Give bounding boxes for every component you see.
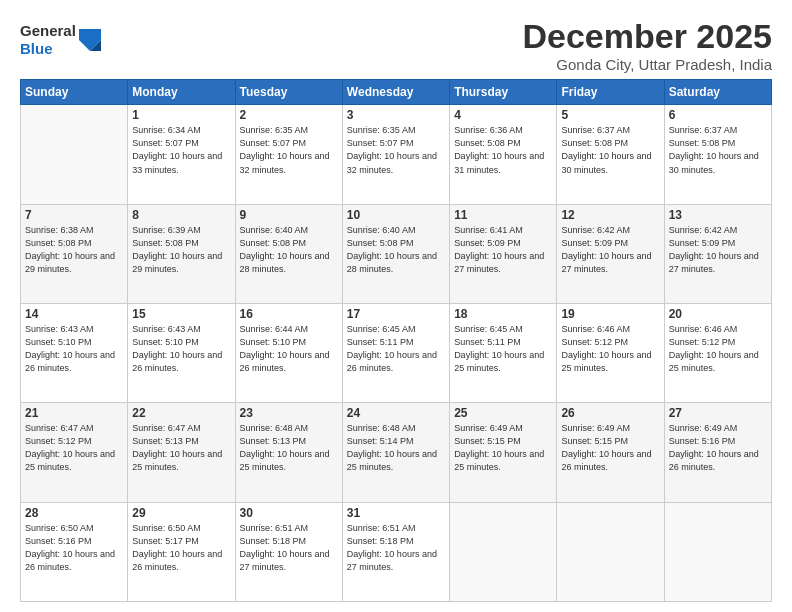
table-row: 6 Sunrise: 6:37 AMSunset: 5:08 PMDayligh… [664,105,771,204]
logo-icon [79,29,101,51]
table-row [21,105,128,204]
day-info: Sunrise: 6:49 AMSunset: 5:16 PMDaylight:… [669,423,759,472]
table-row: 30 Sunrise: 6:51 AMSunset: 5:18 PMDaylig… [235,502,342,601]
table-row: 8 Sunrise: 6:39 AMSunset: 5:08 PMDayligh… [128,204,235,303]
day-number: 20 [669,307,767,321]
day-number: 31 [347,506,445,520]
day-number: 8 [132,208,230,222]
day-info: Sunrise: 6:34 AMSunset: 5:07 PMDaylight:… [132,125,222,174]
day-number: 9 [240,208,338,222]
table-row: 13 Sunrise: 6:42 AMSunset: 5:09 PMDaylig… [664,204,771,303]
day-number: 19 [561,307,659,321]
day-info: Sunrise: 6:49 AMSunset: 5:15 PMDaylight:… [561,423,651,472]
day-info: Sunrise: 6:35 AMSunset: 5:07 PMDaylight:… [240,125,330,174]
col-thursday: Thursday [450,80,557,105]
calendar-header-row: Sunday Monday Tuesday Wednesday Thursday… [21,80,772,105]
table-row: 9 Sunrise: 6:40 AMSunset: 5:08 PMDayligh… [235,204,342,303]
day-number: 14 [25,307,123,321]
table-row: 20 Sunrise: 6:46 AMSunset: 5:12 PMDaylig… [664,304,771,403]
calendar-week-row: 1 Sunrise: 6:34 AMSunset: 5:07 PMDayligh… [21,105,772,204]
day-info: Sunrise: 6:50 AMSunset: 5:17 PMDaylight:… [132,523,222,572]
day-info: Sunrise: 6:37 AMSunset: 5:08 PMDaylight:… [669,125,759,174]
day-info: Sunrise: 6:41 AMSunset: 5:09 PMDaylight:… [454,225,544,274]
table-row: 10 Sunrise: 6:40 AMSunset: 5:08 PMDaylig… [342,204,449,303]
table-row: 31 Sunrise: 6:51 AMSunset: 5:18 PMDaylig… [342,502,449,601]
day-number: 3 [347,108,445,122]
day-number: 23 [240,406,338,420]
logo: GeneralBlue [20,22,101,58]
table-row: 22 Sunrise: 6:47 AMSunset: 5:13 PMDaylig… [128,403,235,502]
day-info: Sunrise: 6:44 AMSunset: 5:10 PMDaylight:… [240,324,330,373]
table-row: 19 Sunrise: 6:46 AMSunset: 5:12 PMDaylig… [557,304,664,403]
day-info: Sunrise: 6:42 AMSunset: 5:09 PMDaylight:… [669,225,759,274]
day-number: 21 [25,406,123,420]
table-row: 29 Sunrise: 6:50 AMSunset: 5:17 PMDaylig… [128,502,235,601]
day-info: Sunrise: 6:40 AMSunset: 5:08 PMDaylight:… [240,225,330,274]
day-number: 30 [240,506,338,520]
col-tuesday: Tuesday [235,80,342,105]
day-info: Sunrise: 6:51 AMSunset: 5:18 PMDaylight:… [240,523,330,572]
table-row [557,502,664,601]
table-row: 11 Sunrise: 6:41 AMSunset: 5:09 PMDaylig… [450,204,557,303]
table-row: 27 Sunrise: 6:49 AMSunset: 5:16 PMDaylig… [664,403,771,502]
calendar-table: Sunday Monday Tuesday Wednesday Thursday… [20,79,772,602]
col-sunday: Sunday [21,80,128,105]
title-block: December 2025 Gonda City, Uttar Pradesh,… [522,18,772,73]
day-number: 26 [561,406,659,420]
day-info: Sunrise: 6:46 AMSunset: 5:12 PMDaylight:… [669,324,759,373]
table-row: 23 Sunrise: 6:48 AMSunset: 5:13 PMDaylig… [235,403,342,502]
day-info: Sunrise: 6:48 AMSunset: 5:14 PMDaylight:… [347,423,437,472]
table-row: 16 Sunrise: 6:44 AMSunset: 5:10 PMDaylig… [235,304,342,403]
day-number: 13 [669,208,767,222]
day-number: 18 [454,307,552,321]
day-info: Sunrise: 6:39 AMSunset: 5:08 PMDaylight:… [132,225,222,274]
table-row [664,502,771,601]
day-number: 25 [454,406,552,420]
col-saturday: Saturday [664,80,771,105]
month-title: December 2025 [522,18,772,55]
day-number: 22 [132,406,230,420]
calendar-week-row: 7 Sunrise: 6:38 AMSunset: 5:08 PMDayligh… [21,204,772,303]
table-row: 28 Sunrise: 6:50 AMSunset: 5:16 PMDaylig… [21,502,128,601]
day-number: 17 [347,307,445,321]
table-row: 18 Sunrise: 6:45 AMSunset: 5:11 PMDaylig… [450,304,557,403]
day-number: 6 [669,108,767,122]
day-info: Sunrise: 6:38 AMSunset: 5:08 PMDaylight:… [25,225,115,274]
day-number: 4 [454,108,552,122]
table-row: 12 Sunrise: 6:42 AMSunset: 5:09 PMDaylig… [557,204,664,303]
day-info: Sunrise: 6:48 AMSunset: 5:13 PMDaylight:… [240,423,330,472]
day-number: 5 [561,108,659,122]
day-info: Sunrise: 6:45 AMSunset: 5:11 PMDaylight:… [347,324,437,373]
table-row: 14 Sunrise: 6:43 AMSunset: 5:10 PMDaylig… [21,304,128,403]
calendar-week-row: 14 Sunrise: 6:43 AMSunset: 5:10 PMDaylig… [21,304,772,403]
day-info: Sunrise: 6:50 AMSunset: 5:16 PMDaylight:… [25,523,115,572]
table-row: 4 Sunrise: 6:36 AMSunset: 5:08 PMDayligh… [450,105,557,204]
logo-blue: Blue [20,40,76,58]
day-info: Sunrise: 6:47 AMSunset: 5:13 PMDaylight:… [132,423,222,472]
day-info: Sunrise: 6:36 AMSunset: 5:08 PMDaylight:… [454,125,544,174]
table-row: 21 Sunrise: 6:47 AMSunset: 5:12 PMDaylig… [21,403,128,502]
day-info: Sunrise: 6:47 AMSunset: 5:12 PMDaylight:… [25,423,115,472]
day-number: 15 [132,307,230,321]
table-row: 1 Sunrise: 6:34 AMSunset: 5:07 PMDayligh… [128,105,235,204]
day-number: 2 [240,108,338,122]
table-row: 24 Sunrise: 6:48 AMSunset: 5:14 PMDaylig… [342,403,449,502]
logo-general: General [20,22,76,40]
calendar-week-row: 28 Sunrise: 6:50 AMSunset: 5:16 PMDaylig… [21,502,772,601]
header: GeneralBlue December 2025 Gonda City, Ut… [20,18,772,73]
day-number: 12 [561,208,659,222]
table-row [450,502,557,601]
calendar-week-row: 21 Sunrise: 6:47 AMSunset: 5:12 PMDaylig… [21,403,772,502]
table-row: 15 Sunrise: 6:43 AMSunset: 5:10 PMDaylig… [128,304,235,403]
day-number: 24 [347,406,445,420]
page: GeneralBlue December 2025 Gonda City, Ut… [0,0,792,612]
day-number: 27 [669,406,767,420]
table-row: 25 Sunrise: 6:49 AMSunset: 5:15 PMDaylig… [450,403,557,502]
table-row: 17 Sunrise: 6:45 AMSunset: 5:11 PMDaylig… [342,304,449,403]
table-row: 5 Sunrise: 6:37 AMSunset: 5:08 PMDayligh… [557,105,664,204]
day-info: Sunrise: 6:49 AMSunset: 5:15 PMDaylight:… [454,423,544,472]
location-subtitle: Gonda City, Uttar Pradesh, India [522,56,772,73]
day-number: 10 [347,208,445,222]
day-info: Sunrise: 6:35 AMSunset: 5:07 PMDaylight:… [347,125,437,174]
day-info: Sunrise: 6:42 AMSunset: 5:09 PMDaylight:… [561,225,651,274]
